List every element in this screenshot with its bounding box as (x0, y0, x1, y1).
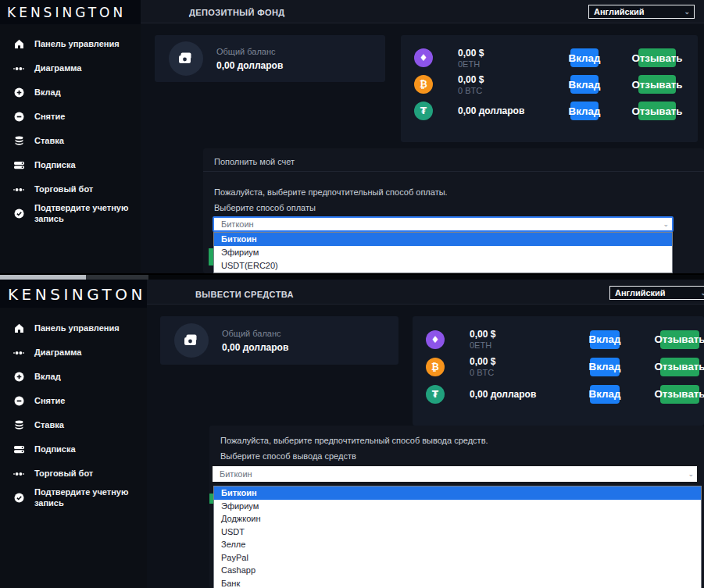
chevron-down-icon: ⌄ (688, 471, 694, 478)
stake-icon (13, 136, 24, 146)
language-select-value: Английский (615, 288, 666, 298)
eth-icon: ♦ (414, 48, 433, 67)
wallet-icon (174, 323, 209, 358)
chevron-down-icon: ⌄ (663, 221, 669, 228)
option-ethereum[interactable]: Эфириум (214, 246, 672, 259)
eth-icon: ♦ (426, 330, 445, 349)
page-title: ДЕПОЗИТНЫЙ ФОНД (189, 8, 285, 17)
total-balance-value: 0,00 долларов (216, 60, 283, 71)
btc-amount: 0,00 $ (458, 74, 484, 85)
page-title: ВЫВЕСТИ СРЕДСТВА (195, 290, 294, 299)
withdraw-button[interactable]: Отзывать (660, 358, 699, 376)
withdrawal-icon (13, 112, 24, 122)
wallet-icon (169, 41, 203, 76)
withdraw-button[interactable]: Отзывать (638, 48, 676, 67)
divider (203, 171, 704, 172)
payment-select-label: Выберите способ оплаты (214, 203, 316, 212)
option-ethereum[interactable]: Эфириум (214, 500, 701, 513)
sidebar-nav: Панель управления Диаграмма Вклад Снятие… (0, 32, 141, 226)
withdraw-select-label: Выберите способ вывода средств (220, 451, 356, 461)
option-paypal[interactable]: PayPal (214, 551, 701, 565)
sidebar-item-stake[interactable]: Ставка (0, 413, 147, 437)
btc-icon: ₿ (414, 75, 433, 94)
withdrawal-icon (13, 396, 24, 406)
btc-sub-amount: 0 BTC (470, 368, 495, 377)
deposit-button[interactable]: Вклад (590, 385, 620, 404)
withdraw-method-value: Биткоин (220, 469, 252, 479)
sidebar-item-withdrawal[interactable]: Снятие (0, 105, 141, 129)
usdt-icon: ₮ (414, 102, 433, 120)
language-select[interactable]: Английский ⌄ (609, 286, 704, 300)
asset-row-eth: ♦ 0,00 $ 0ETH Вклад Отзывать (401, 45, 698, 71)
assets-card: ♦ 0,00 $ 0ETH Вклад Отзывать ₿ 0,00 $ 0 … (401, 35, 698, 142)
withdraw-button[interactable]: Отзывать (660, 330, 699, 349)
usdt-amount: 0,00 долларов (458, 105, 524, 116)
verify-account-icon (13, 208, 24, 219)
sidebar-item-chart[interactable]: Диаграмма (0, 56, 141, 80)
sidebar-item-dashboard[interactable]: Панель управления (0, 316, 147, 340)
sidebar-item-subscription[interactable]: Подписка (0, 153, 141, 177)
asset-row-btc: ₿ 0,00 $ 0 BTC Вклад Отзывать (413, 353, 704, 380)
withdraw-button[interactable]: Отзывать (638, 75, 676, 94)
sidebar-item-stake[interactable]: Ставка (0, 129, 141, 153)
deposit-button[interactable]: Вклад (570, 48, 599, 67)
eth-amount: 0,00 $ (470, 329, 495, 340)
asset-row-usdt: ₮ 0,00 долларов Вклад Отзывать (413, 380, 704, 408)
chart-icon (13, 65, 24, 73)
brand-logo: KENSINGTON (0, 280, 147, 308)
sidebar-item-dashboard[interactable]: Панель управления (0, 32, 141, 56)
sidebar-item-verify-account[interactable]: Подтвердите учетную запись (0, 201, 141, 226)
sidebar-item-verify-account[interactable]: Подтвердите учетную запись (0, 486, 147, 510)
top-bar: ВЫВЕСТИ СРЕДСТВА Английский ⌄ (147, 280, 704, 305)
sidebar-item-deposit[interactable]: Вклад (0, 365, 147, 389)
eth-sub-amount: 0ETH (470, 340, 495, 350)
sidebar-item-withdrawal[interactable]: Снятие (0, 389, 147, 413)
deposit-icon (13, 87, 24, 98)
total-balance-value: 0,00 долларов (222, 342, 288, 353)
option-bitcoin[interactable]: Биткоин (214, 486, 701, 500)
sidebar-item-trading-bot[interactable]: Торговый бот (0, 461, 147, 486)
sidebar: KENSINGTON Панель управления Диаграмма В… (0, 0, 141, 273)
usdt-amount: 0,00 долларов (470, 389, 536, 400)
verify-account-icon (13, 493, 24, 503)
app: ДЕПОЗИТНЫЙ ФОНД Английский ⌄ KENSINGTON … (0, 0, 704, 588)
eth-sub-amount: 0ETH (458, 59, 484, 69)
deposit-screen: ДЕПОЗИТНЫЙ ФОНД Английский ⌄ KENSINGTON … (0, 0, 704, 273)
withdraw-instruction: Пожалуйста, выберите предпочтительный сп… (220, 436, 488, 445)
deposit-button[interactable]: Вклад (570, 102, 599, 120)
deposit-button[interactable]: Вклад (590, 330, 620, 349)
sidebar-item-chart[interactable]: Диаграмма (0, 340, 147, 365)
home-icon (13, 39, 24, 49)
sidebar-item-subscription[interactable]: Подписка (0, 437, 147, 461)
btc-icon: ₿ (426, 358, 445, 376)
withdraw-method-options: Биткоин Эфириум Доджкоин USDT Зелле PayP… (213, 486, 702, 588)
sidebar: KENSINGTON Панель управления Диаграмма В… (0, 280, 147, 588)
deposit-button[interactable]: Вклад (590, 358, 620, 376)
brand-logo: KENSINGTON (0, 0, 141, 24)
chevron-down-icon: ⌄ (684, 9, 690, 16)
option-bitcoin[interactable]: Биткоин (214, 233, 672, 246)
btc-amount: 0,00 $ (470, 356, 495, 367)
language-select[interactable]: Английский ⌄ (588, 5, 695, 19)
withdraw-method-select[interactable]: Биткоин ⌄ (211, 465, 699, 483)
sidebar-item-deposit[interactable]: Вклад (0, 80, 141, 105)
payment-method-select[interactable]: Биткоин ⌄ (213, 216, 674, 232)
usdt-icon: ₮ (426, 385, 445, 404)
option-dogecoin[interactable]: Доджкоин (214, 512, 701, 526)
trading-bot-icon (13, 186, 24, 194)
deposit-button[interactable]: Вклад (570, 75, 599, 94)
subscription-icon (13, 161, 24, 169)
withdraw-button[interactable]: Отзывать (638, 102, 676, 120)
option-zelle[interactable]: Зелле (214, 538, 701, 551)
option-usdt-erc20[interactable]: USDT(ERC20) (214, 259, 672, 273)
btc-sub-amount: 0 BTC (458, 86, 484, 95)
option-bank[interactable]: Банк (214, 577, 701, 588)
total-balance-label: Общий баланс (216, 47, 283, 56)
withdraw-button[interactable]: Отзывать (660, 385, 699, 404)
asset-row-eth: ♦ 0,00 $ 0ETH Вклад Отзывать (413, 326, 704, 353)
payment-instruction: Пожалуйста, выберите предпочтительный сп… (214, 187, 448, 197)
option-cashapp[interactable]: Cashapp (214, 564, 701, 577)
option-usdt[interactable]: USDT (214, 526, 701, 539)
sidebar-item-trading-bot[interactable]: Торговый бот (0, 177, 141, 201)
sidebar-nav: Панель управления Диаграмма Вклад Снятие… (0, 316, 147, 510)
